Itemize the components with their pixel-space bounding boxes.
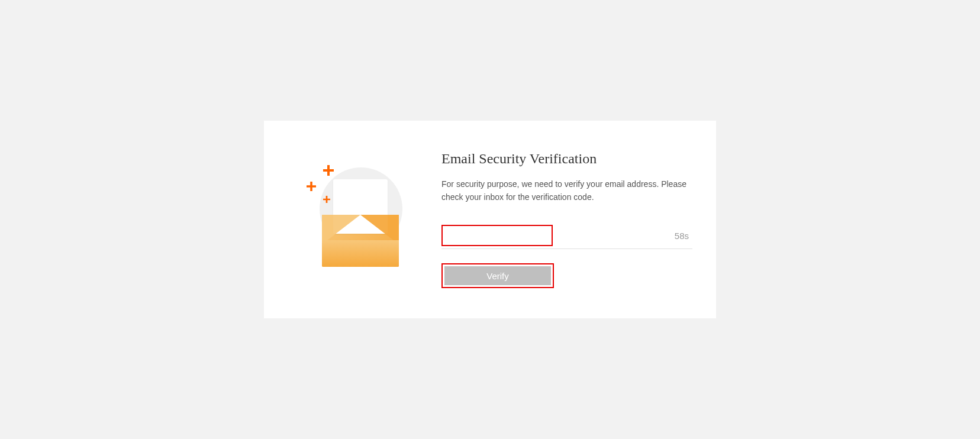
code-input-row: 58s [441, 225, 692, 249]
envelope-illustration [299, 160, 418, 279]
verification-content: Email Security Verification For security… [441, 151, 692, 289]
resend-timer: 58s [675, 231, 692, 241]
verify-highlight-box: Verify [441, 263, 554, 288]
verification-card: Email Security Verification For security… [264, 121, 716, 318]
verify-button[interactable]: Verify [444, 266, 551, 285]
verification-code-input[interactable] [444, 227, 550, 244]
sparkle-icon [323, 196, 330, 203]
sparkle-icon [307, 182, 316, 191]
verification-description: For security purpose, we need to verify … [441, 177, 692, 204]
envelope-icon [322, 215, 399, 267]
verification-title: Email Security Verification [441, 151, 692, 167]
sparkle-icon [323, 165, 334, 176]
input-highlight-box [441, 225, 553, 246]
